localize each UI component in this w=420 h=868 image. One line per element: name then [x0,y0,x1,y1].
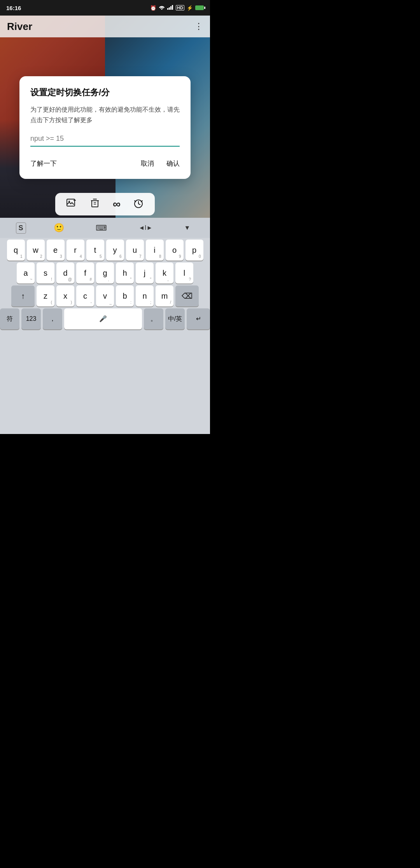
key-h[interactable]: h" [116,262,134,284]
key-a[interactable]: a~ [17,262,35,284]
key-r[interactable]: r4 [66,240,84,261]
key-e[interactable]: e3 [47,240,65,261]
keyboard: S 🙂 ⌨ ◄I► ▼ q1w2e3r4t5y6u7i8o9p0 a~s!d@f… [0,218,210,434]
key-enter[interactable]: ↵ [187,308,210,329]
svg-rect-3 [172,5,173,10]
key-y[interactable]: y6 [106,240,124,261]
key-p[interactable]: p0 [186,240,203,261]
keyboard-layout-icon[interactable]: ⌨ [92,221,111,235]
svg-rect-0 [167,8,168,10]
key-b[interactable]: b: [116,285,134,306]
key-l[interactable]: l? [175,262,193,284]
cursor-move-icon[interactable]: ◄I► [135,222,156,234]
key-d[interactable]: d@ [56,262,74,284]
status-bar: 16:16 ⏰ HD ⚡ [0,0,210,16]
app-bar: River ⋮ [0,16,210,37]
key-k[interactable]: k。 [156,262,173,284]
wifi-icon [159,5,165,11]
key-g[interactable]: g、 [96,262,114,284]
key-shift[interactable]: ↑ [11,285,35,306]
keyboard-special-row: S 🙂 ⌨ ◄I► ▼ [0,218,210,238]
key-space[interactable]: 🎤 [64,308,142,329]
status-icons: ⏰ HD ⚡ [150,5,204,11]
key-u[interactable]: u7 [126,240,144,261]
signal-icon [167,5,173,11]
dialog-input[interactable] [30,133,180,144]
app-title: River [7,21,32,33]
dialog-title: 设置定时切换任务/分 [30,87,180,98]
status-time: 16:16 [6,5,21,11]
key-w[interactable]: w2 [27,240,45,261]
key-f[interactable]: f# [76,262,94,284]
dialog: 设置定时切换任务/分 为了更好的使用此功能，有效的避免功能不生效，请先点击下方按… [19,76,191,179]
key-q[interactable]: q1 [7,240,25,261]
key-j[interactable]: j" [136,262,154,284]
cancel-button[interactable]: 取消 [135,156,160,171]
key-c[interactable]: c- [76,285,94,306]
key-t[interactable]: t5 [86,240,104,261]
key-x[interactable]: x) [56,285,74,306]
confirm-button[interactable]: 确认 [160,156,180,171]
key-special[interactable]: ， [43,308,62,329]
key-m[interactable]: m/ [156,285,173,306]
key-backspace[interactable]: ⌫ [175,285,199,306]
more-options-icon[interactable]: ⋮ [194,21,203,32]
dialog-backdrop: 设置定时切换任务/分 为了更好的使用此功能，有效的避免功能不生效，请先点击下方按… [0,37,210,218]
alarm-status-icon: ⏰ [150,5,156,11]
key-special[interactable]: 。 [144,308,163,329]
key-s[interactable]: s! [37,262,54,284]
key-special[interactable]: 中/英 [165,308,185,329]
key-special[interactable]: 符 [0,308,19,329]
collapse-keyboard-icon[interactable]: ▼ [180,222,194,234]
key-special[interactable]: 123 [21,308,41,329]
charging-icon: ⚡ [187,5,193,11]
learn-more-button[interactable]: 了解一下 [30,156,135,171]
key-z[interactable]: z( [37,285,54,306]
keyboard-rows: q1w2e3r4t5y6u7i8o9p0 a~s!d@f#g、h"j"k。l? … [0,238,210,329]
hd-icon: HD [176,5,184,10]
keyboard-row-3: ↑z(x)c-v_b:n;m/⌫ [2,285,208,306]
key-i[interactable]: i8 [146,240,164,261]
key-o[interactable]: o9 [166,240,184,261]
sogou-icon[interactable]: S [16,222,26,234]
battery-icon [195,5,204,10]
keyboard-row-4: 符123，🎤。中/英↵ [2,308,208,329]
svg-rect-1 [169,7,170,10]
emoji-icon[interactable]: 🙂 [50,220,68,235]
key-n[interactable]: n; [136,285,154,306]
key-v[interactable]: v_ [96,285,114,306]
keyboard-row-2: a~s!d@f#g、h"j"k。l? [2,262,208,284]
dialog-actions: 了解一下 取消 确认 [30,156,180,171]
svg-rect-2 [170,6,172,10]
dialog-body: 为了更好的使用此功能，有效的避免功能不生效，请先点击下方按钮了解更多 [30,104,180,125]
keyboard-row-1: q1w2e3r4t5y6u7i8o9p0 [2,240,208,261]
dialog-input-wrapper [30,133,180,147]
